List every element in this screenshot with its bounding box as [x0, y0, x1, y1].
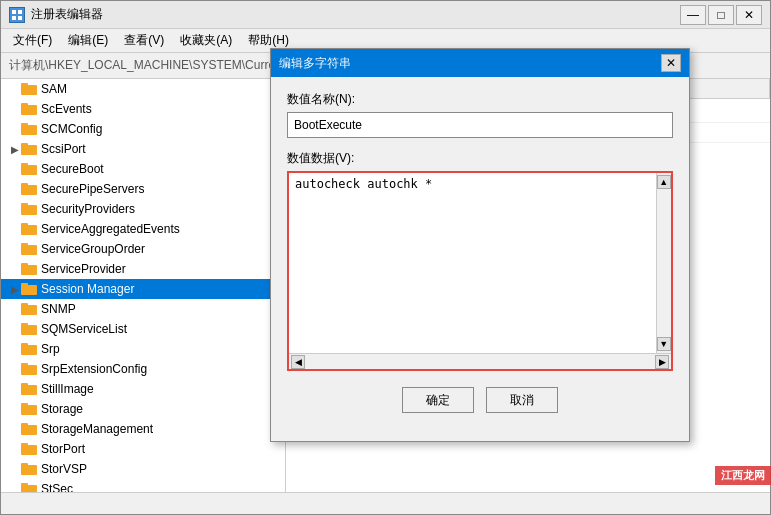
tree-item-securepipeservers[interactable]: SecurePipeServers: [1, 179, 285, 199]
folder-icon-srpextensionconfig: [21, 362, 37, 376]
expand-arrow-storvsp: [9, 459, 21, 479]
folder-icon-storage: [21, 402, 37, 416]
tree-item-srp[interactable]: Srp: [1, 339, 285, 359]
svg-rect-21: [21, 243, 28, 247]
tree-item-storvsp[interactable]: StorVSP: [1, 459, 285, 479]
dialog-footer: 确定 取消: [287, 383, 673, 427]
svg-rect-27: [21, 303, 28, 307]
folder-icon-sessionmanager: [21, 282, 37, 296]
tree-label-storagemanagement: StorageManagement: [41, 422, 153, 436]
regedit-icon: [9, 7, 25, 23]
svg-rect-25: [21, 283, 28, 287]
dialog-title-bar: 编辑多字符串 ✕: [271, 49, 689, 77]
tree-item-storage[interactable]: Storage: [1, 399, 285, 419]
menu-view[interactable]: 查看(V): [116, 30, 172, 51]
tree-item-stillimage[interactable]: StillImage: [1, 379, 285, 399]
dialog-close-button[interactable]: ✕: [661, 54, 681, 72]
tree-item-scevents[interactable]: ScEvents: [1, 99, 285, 119]
folder-icon-securityproviders: [21, 202, 37, 216]
dialog-valuedata-label: 数值数据(V):: [287, 150, 673, 167]
svg-rect-33: [21, 363, 28, 367]
menu-edit[interactable]: 编辑(E): [60, 30, 116, 51]
title-bar: 注册表编辑器 — □ ✕: [1, 1, 770, 29]
tree-item-securityproviders[interactable]: SecurityProviders: [1, 199, 285, 219]
tree-label-securityproviders: SecurityProviders: [41, 202, 135, 216]
tree-label-storport: StorPort: [41, 442, 85, 456]
expand-arrow-serviceaggregatedevents: [9, 219, 21, 239]
title-bar-left: 注册表编辑器: [9, 6, 103, 23]
folder-icon-servicegrouporder: [21, 242, 37, 256]
tree-label-serviceprovider: ServiceProvider: [41, 262, 126, 276]
dialog-content: 数值名称(N): 数值数据(V): autocheck autochk * ▲ …: [271, 77, 689, 441]
scroll-left-arrow[interactable]: ◀: [291, 355, 305, 369]
tree-item-storagemanagement[interactable]: StorageManagement: [1, 419, 285, 439]
tree-item-servicegrouporder[interactable]: ServiceGroupOrder: [1, 239, 285, 259]
maximize-button[interactable]: □: [708, 5, 734, 25]
tree-label-srp: Srp: [41, 342, 60, 356]
tree-item-sqmservicelist[interactable]: SQMServiceList: [1, 319, 285, 339]
expand-arrow-sessionmanager: ▶: [9, 279, 21, 299]
tree-item-sessionmanager[interactable]: ▶ Session Manager: [1, 279, 285, 299]
expand-arrow-stillimage: [9, 379, 21, 399]
tree-panel: SAM ScEvents SCMConfig ▶: [1, 79, 286, 494]
folder-icon-sam: [21, 82, 37, 96]
tree-item-srpextensionconfig[interactable]: SrpExtensionConfig: [1, 359, 285, 379]
svg-rect-0: [12, 10, 16, 14]
tree-label-stillimage: StillImage: [41, 382, 94, 396]
folder-icon-srp: [21, 342, 37, 356]
tree-item-secureboot[interactable]: SecureBoot: [1, 159, 285, 179]
status-bar: [1, 492, 770, 514]
watermark: 江西龙网: [715, 466, 771, 485]
tree-item-serviceprovider[interactable]: ServiceProvider: [1, 259, 285, 279]
folder-icon-storagemanagement: [21, 422, 37, 436]
tree-label-secureboot: SecureBoot: [41, 162, 104, 176]
dialog-cancel-button[interactable]: 取消: [486, 387, 558, 413]
svg-rect-35: [21, 383, 28, 387]
dialog-valuedata-textarea[interactable]: autocheck autochk *: [289, 173, 656, 353]
menu-favorites[interactable]: 收藏夹(A): [172, 30, 240, 51]
scrollbar-up-arrow[interactable]: ▲: [657, 175, 671, 189]
scroll-right-arrow[interactable]: ▶: [655, 355, 669, 369]
expand-arrow-sam: [9, 79, 21, 99]
dialog-valuename-label: 数值名称(N):: [287, 91, 673, 108]
textarea-wrapper: autocheck autochk * ▲ ▼: [289, 173, 671, 353]
tree-label-sessionmanager: Session Manager: [41, 282, 134, 296]
dialog-valuename-input[interactable]: [287, 112, 673, 138]
folder-icon-sqmservicelist: [21, 322, 37, 336]
tree-label-scsiport: ScsiPort: [41, 142, 86, 156]
expand-arrow-scsiport: ▶: [9, 139, 21, 159]
close-button[interactable]: ✕: [736, 5, 762, 25]
menu-file[interactable]: 文件(F): [5, 30, 60, 51]
svg-rect-2: [12, 16, 16, 20]
folder-icon-scevents: [21, 102, 37, 116]
svg-rect-11: [21, 143, 28, 147]
svg-rect-5: [21, 83, 28, 87]
tree-item-sam[interactable]: SAM: [1, 79, 285, 99]
svg-rect-31: [21, 343, 28, 347]
svg-rect-9: [21, 123, 28, 127]
tree-label-sqmservicelist: SQMServiceList: [41, 322, 127, 336]
scroll-track: [305, 357, 655, 367]
dialog-ok-button[interactable]: 确定: [402, 387, 474, 413]
tree-item-scsiport[interactable]: ▶ ScsiPort: [1, 139, 285, 159]
svg-rect-29: [21, 323, 28, 327]
folder-icon-storport: [21, 442, 37, 456]
tree-item-snmp[interactable]: SNMP: [1, 299, 285, 319]
minimize-button[interactable]: —: [680, 5, 706, 25]
tree-item-storport[interactable]: StorPort: [1, 439, 285, 459]
tree-label-serviceaggregatedevents: ServiceAggregatedEvents: [41, 222, 180, 236]
scrollbar-down-arrow[interactable]: ▼: [657, 337, 671, 351]
edit-multistring-dialog[interactable]: 编辑多字符串 ✕ 数值名称(N): 数值数据(V): autocheck aut…: [270, 48, 690, 442]
title-bar-controls: — □ ✕: [680, 5, 762, 25]
tree-label-securepipeservers: SecurePipeServers: [41, 182, 144, 196]
dialog-hscroll: ◀ ▶: [289, 353, 671, 369]
regedit-title: 注册表编辑器: [31, 6, 103, 23]
tree-item-serviceaggregatedevents[interactable]: ServiceAggregatedEvents: [1, 219, 285, 239]
tree-item-scmconfig[interactable]: SCMConfig: [1, 119, 285, 139]
svg-rect-41: [21, 443, 28, 447]
svg-rect-39: [21, 423, 28, 427]
svg-rect-13: [21, 163, 28, 167]
folder-icon-scsiport: [21, 142, 37, 156]
svg-rect-43: [21, 463, 28, 467]
svg-rect-45: [21, 483, 28, 487]
